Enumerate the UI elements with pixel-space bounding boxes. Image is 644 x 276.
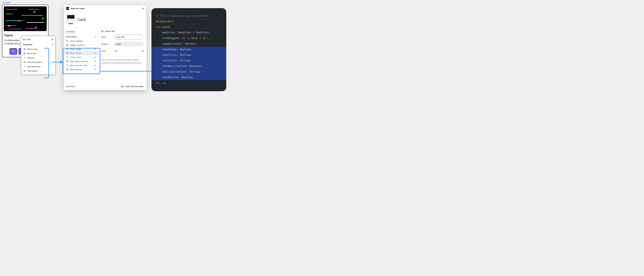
eye-icon — [101, 30, 104, 32]
field-property-label: Property — [101, 43, 112, 45]
property-label: Show Button — [27, 70, 38, 72]
card-hero-image — [4, 7, 47, 31]
eye-icon — [66, 68, 68, 71]
property-label: Description Text — [27, 66, 40, 68]
parameter-label: Description Text — [70, 64, 88, 67]
adjust-icon[interactable] — [51, 38, 54, 41]
target-layer-button[interactable] — [141, 50, 144, 52]
callout-bracket — [44, 48, 49, 78]
code-line: @Composable — [152, 19, 226, 24]
add-parameter-button[interactable]: + — [94, 36, 96, 38]
property-label: Show Image — [27, 48, 38, 50]
component-diamond-icon — [23, 38, 25, 40]
parameter-row[interactable]: card-tapped — [64, 39, 98, 43]
code-line: fun Card( — [152, 24, 226, 30]
properties-section-header: Properties + — [21, 42, 56, 47]
field-layer-label: Layer — [101, 50, 112, 52]
relay-right-pane: Show Title Name Show Title Property visi… — [99, 28, 146, 83]
eye-icon — [23, 61, 26, 63]
svg-marker-17 — [34, 26, 38, 29]
parameter-row[interactable]: Title text — [64, 55, 98, 59]
link-arrow-icon — [94, 68, 96, 71]
svg-marker-13 — [33, 11, 36, 13]
callout-arrow-2 — [101, 71, 156, 71]
parameter-row[interactable]: Show Description — [64, 59, 98, 63]
eye-icon — [66, 52, 68, 54]
property-label: Show Title — [27, 52, 36, 55]
code-line: showImage: Boolean, — [152, 47, 226, 52]
property-row[interactable]: Show Description — [21, 60, 56, 64]
text-icon — [66, 56, 68, 58]
code-line: showButton: Boolean, — [152, 75, 226, 80]
component-thumbnail: Figma A collaborative design tool for te… — [66, 14, 75, 25]
component-badge-label: Card — [6, 2, 10, 4]
more-menu-button[interactable]: ⋮ — [140, 18, 144, 21]
relay-titlebar: </> Relay for Figma — [64, 5, 146, 12]
property-row[interactable]: Show Title — [21, 51, 56, 56]
figma-properties-popover: Card Properties + Show ImageShow TitleTi… — [21, 36, 56, 75]
code-line: titleText: String, — [152, 58, 226, 63]
share-button-label: Share with developer — [125, 85, 144, 88]
svg-marker-16 — [8, 25, 10, 27]
close-button[interactable] — [142, 7, 144, 10]
code-line: showTitle: Boolean, — [152, 52, 226, 58]
link-arrow-icon — [94, 52, 96, 54]
eye-icon — [66, 60, 68, 62]
relay-left-pane: Summary Parameters + card-tappedimage-co… — [64, 28, 99, 83]
relay-component-header: Figma A collaborative design tool for te… — [64, 12, 146, 28]
relay-footer: No errors Share with developer — [64, 83, 146, 90]
share-with-developer-button[interactable]: Share with developer — [121, 85, 144, 88]
field-name-label: Name — [101, 36, 112, 38]
relay-title: Relay for Figma — [70, 8, 85, 10]
property-select[interactable]: visible — [114, 42, 144, 46]
code-line: cardTapped: () -> Unit = {}, — [152, 36, 226, 41]
code-line: showDescription: Boolean, — [152, 63, 226, 69]
parameter-row[interactable]: Description Text — [64, 63, 98, 67]
relay-logo-icon: </> — [66, 7, 69, 10]
parameter-label: Show Image — [70, 48, 81, 50]
image-icon — [66, 44, 68, 46]
parameter-label: Show Description — [70, 60, 88, 62]
parameters-label: Parameters — [66, 36, 76, 38]
property-row[interactable]: Show Button — [21, 69, 56, 73]
text-icon — [23, 65, 26, 68]
link-arrow-icon — [94, 64, 96, 67]
detail-header: Show Title — [101, 30, 144, 34]
parameter-row[interactable]: Show Button — [64, 67, 98, 71]
text-icon — [23, 57, 26, 59]
detail-title: Show Title — [105, 30, 115, 32]
component-diamond-icon — [3, 2, 5, 4]
parameter-row[interactable]: Show Title — [64, 51, 98, 55]
code-line: modifier: Modifier = Modifier, — [152, 30, 226, 35]
code-line: descriptionText: String, — [152, 69, 226, 75]
properties-section-label: Properties — [23, 43, 32, 46]
helper-text: This is a Figma component property. It w… — [101, 59, 144, 64]
parameter-label: card-tapped — [70, 40, 82, 42]
property-row[interactable]: Title text — [21, 56, 56, 60]
parameter-row[interactable]: image-content — [64, 43, 98, 47]
text-icon — [66, 64, 68, 67]
parameter-label: Show Button — [70, 68, 82, 71]
eye-icon — [23, 52, 26, 55]
add-property-button[interactable]: + — [52, 43, 54, 46]
parameter-label: Title text — [70, 56, 81, 58]
parameter-row[interactable]: Show Image — [64, 47, 98, 51]
name-input[interactable]: Show Title — [114, 35, 144, 40]
property-label: Show Description — [27, 61, 42, 63]
figma-component-badge: Card — [3, 2, 10, 4]
property-row[interactable]: Description Text — [21, 64, 56, 69]
code-line: imageContent: Painter, — [152, 41, 226, 47]
summary-tab[interactable]: Summary — [64, 30, 98, 35]
generated-code-panel: // This composable was generated..@Compo… — [152, 8, 226, 91]
eye-icon — [66, 48, 68, 50]
layer-value: Title — [114, 49, 140, 53]
code-line: ){...} — [152, 80, 226, 86]
svg-marker-14 — [18, 20, 21, 22]
property-label: Title text — [27, 57, 34, 59]
favorite-button[interactable] — [10, 48, 17, 55]
link-arrow-icon — [94, 60, 96, 62]
property-row[interactable]: Show Image — [21, 47, 56, 51]
properties-popover-header: Card — [21, 37, 56, 42]
eye-icon — [23, 48, 26, 50]
tap-icon — [66, 40, 68, 42]
